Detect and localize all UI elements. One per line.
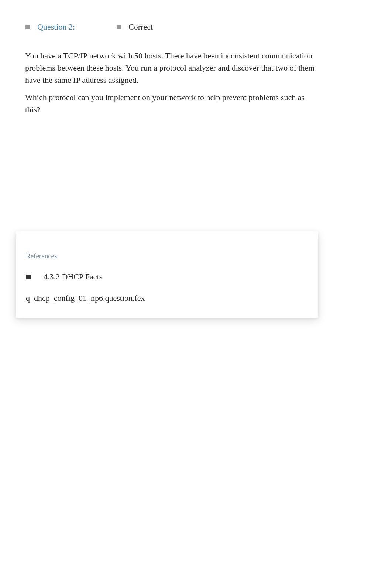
question-container: ⯀ Question 2: ⯀ Correct You have a TCP/I…	[0, 0, 392, 116]
question-number-label: Question 2:	[37, 22, 75, 32]
question-header: ⯀ Question 2: ⯀ Correct	[25, 22, 367, 32]
references-card: References ⯀ 4.3.2 DHCP Facts q_dhcp_con…	[16, 231, 318, 318]
bullet-icon: ⯀	[26, 273, 32, 280]
question-file-name: q_dhcp_config_01_np6.question.fex	[26, 293, 308, 303]
reference-link-text: 4.3.2 DHCP Facts	[44, 272, 102, 282]
question-label-group: ⯀ Question 2:	[25, 22, 75, 32]
status-group: ⯀ Correct	[116, 22, 153, 32]
bullet-icon: ⯀	[25, 24, 31, 30]
question-prompt-paragraph: Which protocol can you implement on your…	[25, 91, 320, 116]
status-label: Correct	[128, 22, 153, 32]
question-body-paragraph: You have a TCP/IP network with 50 hosts.…	[25, 50, 320, 86]
reference-item[interactable]: ⯀ 4.3.2 DHCP Facts	[26, 272, 308, 282]
bullet-icon: ⯀	[116, 24, 122, 30]
references-heading: References	[26, 252, 308, 260]
